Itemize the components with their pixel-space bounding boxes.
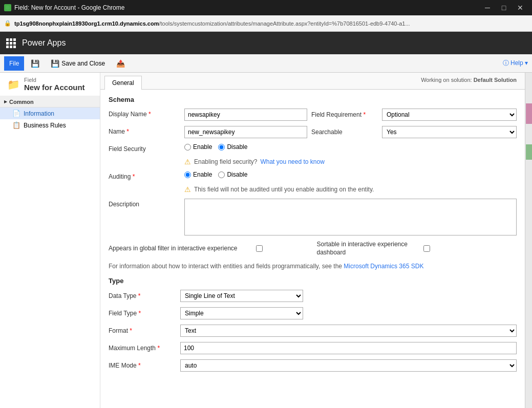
auditing-enable-option[interactable]: Enable <box>184 171 212 178</box>
right-panel-accent2 <box>526 144 532 160</box>
field-security-row: Field Security Enable Disable <box>109 143 517 153</box>
address-text[interactable]: tp1sg908nonphxplain18930org1.crm10.dynam… <box>14 20 528 27</box>
sortable-checkbox[interactable] <box>423 245 430 252</box>
description-row: Description <box>109 199 517 235</box>
chevron-icon: ▸ <box>4 98 7 105</box>
display-name-input[interactable] <box>184 109 307 121</box>
browser-icon <box>4 4 11 11</box>
minimize-button[interactable]: ─ <box>480 0 495 15</box>
max-length-label: Maximum Length * <box>109 345 180 352</box>
field-type-label: Field Type * <box>109 310 180 317</box>
auditing-warning-row: ⚠ This field will not be audited until y… <box>109 185 517 194</box>
ime-mode-row: IME Mode * auto active inactive disabled <box>109 359 517 372</box>
toolbar: File 💾 💾 Save and Close 📤 ⓘ Help ▾ <box>0 54 532 73</box>
auditing-row: Auditing * Enable Disable <box>109 171 517 180</box>
field-security-disable-radio[interactable] <box>218 144 225 151</box>
tab-general[interactable]: General <box>104 76 142 90</box>
display-name-row: Display Name * Field Requirement * Optio… <box>109 109 517 121</box>
field-security-enable-radio[interactable] <box>184 144 191 151</box>
save-close-button[interactable]: 💾 Save and Close <box>46 56 110 71</box>
svg-point-0 <box>6 6 10 10</box>
format-select[interactable]: Text Email URL Phone Ticker Symbol <box>180 325 517 337</box>
publish-button[interactable]: 📤 <box>112 56 130 71</box>
business-rules-label: Business Rules <box>24 122 66 129</box>
searchable-label: Searchable <box>311 128 378 136</box>
solution-info: Working on solution: Default Solution <box>421 77 517 83</box>
sidebar-section-common: ▸ Common <box>0 96 100 108</box>
auditing-enable-radio[interactable] <box>184 171 191 178</box>
schema-section-title: Schema <box>109 96 517 103</box>
format-row: Format * Text Email URL Phone Ticker Sym… <box>109 325 517 337</box>
field-requirement-select[interactable]: Optional Business Recommended Business R… <box>382 109 517 121</box>
searchable-select[interactable]: Yes No <box>382 126 517 138</box>
business-rules-icon: 📋 <box>12 121 20 129</box>
field-type-select[interactable]: Simple Calculated Rollup <box>180 307 303 319</box>
information-label: Information <box>24 110 54 117</box>
auditing-disable-radio[interactable] <box>218 171 225 178</box>
auditing-disable-option[interactable]: Disable <box>218 171 247 178</box>
warning-icon: ⚠ <box>184 158 191 166</box>
common-label: Common <box>9 99 34 105</box>
name-label: Name * <box>109 126 180 135</box>
right-panel-accent <box>526 103 532 124</box>
global-filter-label: Appears in global filter in interactive … <box>109 245 252 253</box>
sidebar-item-business-rules[interactable]: 📋 Business Rules <box>0 119 100 131</box>
field-security-link[interactable]: What you need to know <box>260 158 324 165</box>
help-button[interactable]: ⓘ Help ▾ <box>503 59 528 68</box>
ime-mode-select[interactable]: auto active inactive disabled <box>180 359 517 372</box>
name-row: Name * Searchable Yes No <box>109 126 517 138</box>
help-chevron-icon: ▾ <box>525 59 528 67</box>
sidebar-item-information[interactable]: 📄 Information <box>0 108 100 119</box>
auditing-warning-text: This field will not be audited until you… <box>194 186 374 193</box>
entity-label: Field <box>24 77 85 83</box>
data-type-select[interactable]: Single Line of Text Whole Number Decimal… <box>180 290 303 302</box>
field-security-enable-option[interactable]: Enable <box>184 143 212 151</box>
display-name-label: Display Name * <box>109 109 180 118</box>
sidebar: 📁 Field New for Account ▸ Common 📄 Infor… <box>0 73 100 408</box>
global-filter-checkbox[interactable] <box>256 245 263 252</box>
save-close-label: Save and Close <box>61 60 105 67</box>
entity-header: 📁 Field New for Account <box>0 73 100 96</box>
field-security-warning-row: ⚠ Enabling field security? What you need… <box>109 158 517 166</box>
main-container: 📁 Field New for Account ▸ Common 📄 Infor… <box>0 73 532 408</box>
entity-name: New for Account <box>24 83 85 92</box>
ime-mode-label: IME Mode * <box>109 362 180 369</box>
window-title: Field: New for Account - Google Chrome <box>14 4 124 11</box>
name-input[interactable] <box>184 126 307 138</box>
save-close-icon: 💾 <box>51 59 59 68</box>
entity-folder-icon: 📁 <box>7 78 20 91</box>
field-security-warning-text: Enabling field security? <box>194 158 257 165</box>
field-requirement-label: Field Requirement * <box>311 111 378 118</box>
format-label: Format * <box>109 327 180 334</box>
publish-icon: 📤 <box>116 59 125 68</box>
address-bar: 🔒 tp1sg908nonphxplain18930org1.crm10.dyn… <box>0 15 532 32</box>
filter-sortable-row: Appears in global filter in interactive … <box>109 241 517 256</box>
lock-icon: 🔒 <box>4 20 11 27</box>
sdk-link[interactable]: Microsoft Dynamics 365 SDK <box>344 263 423 270</box>
maximize-button[interactable]: □ <box>496 0 512 15</box>
type-section-title: Type <box>109 277 517 285</box>
app-header: Power Apps <box>0 32 532 54</box>
display-name-required: * <box>148 111 151 118</box>
data-type-row: Data Type * Single Line of Text Whole Nu… <box>109 290 517 302</box>
form-content: Schema Display Name * Field Requirement … <box>100 90 525 408</box>
right-panel <box>525 73 532 408</box>
description-textarea[interactable] <box>184 199 517 235</box>
save-button[interactable]: 💾 <box>26 56 44 71</box>
field-type-row: Field Type * Simple Calculated Rollup <box>109 307 517 319</box>
waffle-icon[interactable] <box>6 38 16 48</box>
file-button[interactable]: File <box>4 56 24 71</box>
field-security-label: Field Security <box>109 143 180 153</box>
sortable-label: Sortable in interactive experience dashb… <box>317 241 419 256</box>
sdk-info-row: For information about how to interact wi… <box>109 262 517 271</box>
max-length-row: Maximum Length * <box>109 342 517 354</box>
close-button[interactable]: ✕ <box>513 0 528 15</box>
help-circle-icon: ⓘ <box>503 59 509 67</box>
max-length-input[interactable] <box>180 342 517 354</box>
auditing-warning-icon: ⚠ <box>184 185 191 194</box>
description-label: Description <box>109 199 180 208</box>
field-security-disable-option[interactable]: Disable <box>218 143 247 151</box>
field-security-radio-group: Enable Disable <box>184 143 247 151</box>
data-type-label: Data Type * <box>109 292 180 299</box>
save-icon: 💾 <box>31 59 39 68</box>
